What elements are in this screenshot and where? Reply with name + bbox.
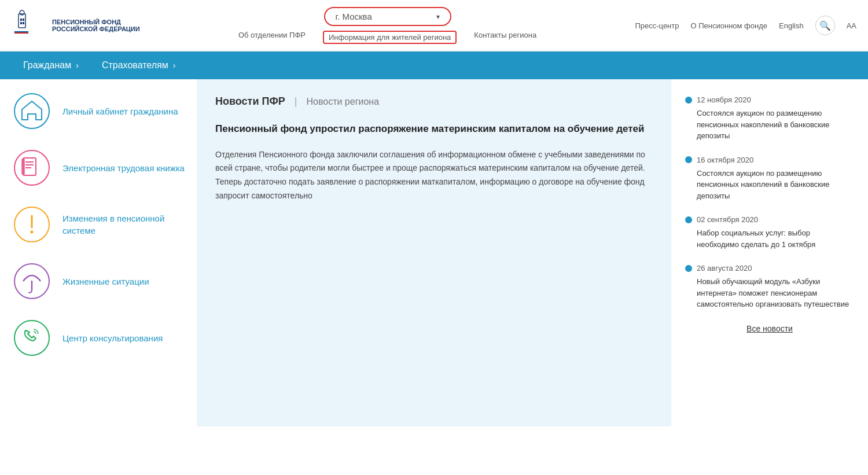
svg-rect-7	[23, 19, 24, 21]
book-icon	[12, 148, 52, 188]
umbrella-icon	[12, 261, 52, 301]
right-news-item-3: 02 сентября 2020 Набор социальных услуг:…	[685, 215, 854, 250]
news-desc-1[interactable]: Состоялся аукцион по размещению пенсионн…	[685, 108, 854, 142]
main-nav: Гражданам › Страхователям ›	[0, 51, 868, 79]
exclamation-icon	[12, 204, 52, 245]
news-desc-3[interactable]: Набор социальных услуг: выбор необходимо…	[685, 227, 854, 250]
search-button[interactable]: 🔍	[815, 16, 835, 35]
news-dot-3	[685, 216, 692, 223]
svg-rect-3	[14, 32, 28, 34]
svg-point-12	[14, 150, 49, 185]
sidebar-item-personal-cabinet[interactable]: Личный кабинет гражданина	[12, 91, 185, 131]
news-dot-2	[685, 156, 692, 163]
region-selector[interactable]: г. Москва ▾	[324, 7, 451, 26]
sidebar-item-consulting[interactable]: Центр консультирования	[12, 318, 185, 358]
sidebar-label-consulting: Центр консультирования	[62, 332, 163, 344]
sub-nav-contacts[interactable]: Контакты региона	[474, 31, 536, 44]
header: ПЕНСИОННЫЙ ФОНД РОССИЙСКОЙ ФЕДЕРАЦИИ г. …	[0, 0, 868, 51]
news-dot-1	[685, 97, 692, 104]
news-article-body: Отделения Пенсионного фонда заключили со…	[215, 148, 653, 203]
right-sidebar: 12 ноября 2020 Состоялся аукцион по разм…	[671, 79, 868, 426]
news-date-text-4: 26 августа 2020	[697, 264, 752, 273]
svg-rect-9	[23, 22, 24, 24]
news-article-title: Пенсионный фонд упростил распоряжение ма…	[215, 121, 653, 137]
header-center: г. Москва ▾ Об отделении ПФР Информация …	[140, 7, 635, 44]
sub-nav-about[interactable]: Об отделении ПФР	[238, 31, 306, 44]
sub-nav: Об отделении ПФР Информация для жителей …	[238, 31, 536, 44]
region-text: г. Москва	[336, 12, 372, 21]
phone-icon	[12, 318, 52, 358]
sidebar-item-life-situations[interactable]: Жизненные ситуации	[12, 261, 185, 301]
svg-point-10	[14, 94, 49, 128]
svg-point-5	[20, 10, 24, 15]
svg-point-20	[31, 231, 34, 234]
house-icon	[12, 91, 52, 131]
news-tabs: Новости ПФР | Новости региона	[215, 95, 653, 108]
svg-rect-14	[25, 161, 34, 163]
svg-rect-8	[20, 22, 22, 24]
news-date-3: 02 сентября 2020	[685, 215, 854, 224]
svg-rect-2	[14, 31, 28, 32]
nav-insurers[interactable]: Страхователям ›	[90, 51, 187, 79]
news-dot-4	[685, 265, 692, 272]
news-date-text-2: 16 октября 2020	[697, 156, 753, 164]
news-date-text-1: 12 ноября 2020	[697, 95, 751, 104]
nav-citizens-arrow: ›	[76, 61, 79, 70]
svg-rect-13	[23, 158, 36, 175]
sub-nav-info[interactable]: Информация для жителей региона	[323, 31, 457, 44]
sidebar: Личный кабинет гражданина Электронная тр…	[0, 79, 197, 426]
news-date-text-3: 02 сентября 2020	[697, 215, 758, 224]
logo-icon	[12, 8, 46, 43]
sidebar-item-labor-book[interactable]: Электронная трудовая книжка	[12, 148, 185, 188]
nav-insurers-arrow: ›	[173, 61, 176, 70]
right-news-item-2: 16 октября 2020 Состоялся аукцион по раз…	[685, 156, 854, 202]
font-size-button[interactable]: АА	[847, 21, 856, 30]
news-tab-region[interactable]: Новости региона	[306, 97, 379, 107]
svg-rect-16	[25, 167, 31, 168]
news-tab-divider: |	[295, 95, 297, 108]
center-content: Новости ПФР | Новости региона Пенсионный…	[197, 79, 671, 426]
header-right: Пресс-центр О Пенсионном фонде English 🔍…	[635, 16, 856, 35]
news-desc-4[interactable]: Новый обучающий модуль «Азбуки интернета…	[685, 276, 854, 310]
chevron-down-icon: ▾	[436, 13, 440, 21]
right-news-item-1: 12 ноября 2020 Состоялся аукцион по разм…	[685, 95, 854, 142]
sidebar-label-pension-changes: Изменения в пенсионной системе	[62, 212, 185, 237]
sidebar-label-personal-cabinet: Личный кабинет гражданина	[62, 105, 178, 117]
all-news-link[interactable]: Все новости	[685, 324, 854, 333]
nav-citizens[interactable]: Гражданам ›	[12, 51, 90, 79]
language-link[interactable]: English	[779, 21, 804, 30]
news-date-1: 12 ноября 2020	[685, 95, 854, 104]
news-tab-pfr[interactable]: Новости ПФР	[215, 95, 285, 108]
news-date-2: 16 октября 2020	[685, 156, 854, 164]
logo-text: ПЕНСИОННЫЙ ФОНД РОССИЙСКОЙ ФЕДЕРАЦИИ	[52, 19, 140, 32]
right-news-item-4: 26 августа 2020 Новый обучающий модуль «…	[685, 264, 854, 310]
news-desc-2[interactable]: Состоялся аукцион по размещению пенсионн…	[685, 168, 854, 202]
logo-area: ПЕНСИОННЫЙ ФОНД РОССИЙСКОЙ ФЕДЕРАЦИИ	[12, 8, 140, 43]
svg-rect-15	[25, 164, 34, 165]
news-date-4: 26 августа 2020	[685, 264, 854, 273]
sidebar-label-labor-book: Электронная трудовая книжка	[62, 162, 185, 174]
main-content: Личный кабинет гражданина Электронная тр…	[0, 79, 868, 426]
press-center-link[interactable]: Пресс-центр	[635, 21, 679, 30]
svg-rect-6	[20, 19, 22, 21]
sidebar-label-life-situations: Жизненные ситуации	[62, 275, 149, 288]
svg-marker-11	[22, 101, 42, 120]
about-link[interactable]: О Пенсионном фонде	[690, 21, 767, 30]
sidebar-item-pension-changes[interactable]: Изменения в пенсионной системе	[12, 204, 185, 245]
svg-rect-1	[14, 30, 28, 31]
